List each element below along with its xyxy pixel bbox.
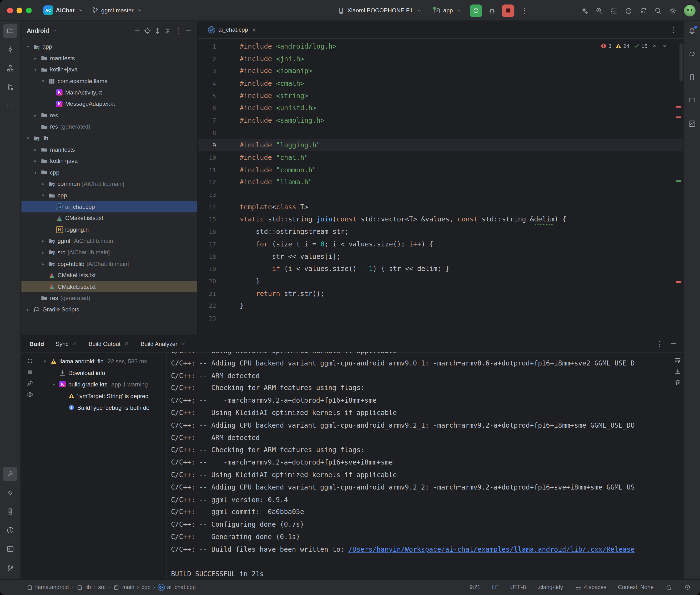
device-explorer-tool-button[interactable]: [3, 504, 18, 518]
close-window-button[interactable]: [7, 7, 13, 13]
status-clang-tidy[interactable]: .clang-tidy: [537, 584, 563, 591]
line-number[interactable]: 22: [198, 302, 216, 310]
code-line-9[interactable]: 9#include "logging.h": [198, 139, 683, 151]
chevron-collapsed-icon[interactable]: ▸: [33, 113, 38, 118]
chevron-expanded-icon[interactable]: ▾: [33, 170, 38, 175]
error-stripe-mark[interactable]: [676, 106, 681, 107]
run-config-selector[interactable]: app: [430, 5, 466, 16]
dependencies-tool-button[interactable]: [3, 485, 18, 500]
tree-item-mainactivity-kt[interactable]: KMainActivity.kt: [22, 87, 197, 98]
tree-item-logging-h[interactable]: Hlogging.h: [22, 224, 197, 235]
code-line-21[interactable]: 21 return str.str();: [198, 287, 683, 300]
breadcrumb-ai-chat-cpp[interactable]: C+ai_chat.cpp: [158, 584, 196, 591]
chevron-collapsed-icon[interactable]: ▸: [40, 261, 46, 266]
line-number[interactable]: 9: [198, 142, 216, 149]
editor-scrollbar[interactable]: [679, 43, 682, 81]
breadcrumb-cpp[interactable]: cpp: [141, 584, 150, 591]
tree-item-manifests[interactable]: ▸manifests: [22, 144, 197, 155]
tree-item-src[interactable]: ▸src [AiChat.lib.main]: [22, 247, 197, 258]
search-icon[interactable]: [654, 7, 662, 14]
code-line-8[interactable]: 8: [198, 127, 683, 139]
todo-list-icon[interactable]: [610, 7, 617, 14]
build-tree-item-buildtype-debug-is-both-de[interactable]: BuildType 'debug' is both de: [38, 402, 166, 413]
tree-item-cmakelists-txt[interactable]: CMakeLists.txt: [22, 281, 197, 292]
close-icon[interactable]: [123, 341, 129, 346]
notifications-tool-button[interactable]: [685, 24, 699, 38]
target-icon[interactable]: [144, 27, 151, 34]
console-link[interactable]: /Users/hanyin/Workspace/ai-chat/examples…: [348, 545, 635, 553]
line-number[interactable]: 13: [198, 191, 216, 198]
previous-problem-icon[interactable]: [651, 43, 657, 49]
minimize-window-button[interactable]: [17, 7, 22, 13]
code-line-13[interactable]: 13: [198, 189, 683, 201]
breadcrumb-src[interactable]: src: [98, 584, 106, 591]
code-line-17[interactable]: 17 for (size_t i = 0; i < values.size();…: [198, 238, 683, 250]
hide-panel-icon[interactable]: [670, 340, 677, 347]
build-tool-button[interactable]: [3, 467, 18, 481]
build-tree-item-jvmtarget-string-is-deprec[interactable]: 'jvmTarget: String' is deprec: [38, 390, 166, 402]
code-line-19[interactable]: 19 if (i < values.size() - 1) { str << d…: [198, 263, 683, 275]
tree-item-common[interactable]: ▸common [AiChat.lib.main]: [22, 178, 197, 190]
code-line-11[interactable]: 11#include "common.h": [198, 164, 683, 176]
more-tools-tool-button[interactable]: ⋯: [3, 98, 18, 113]
tree-item-res[interactable]: res (generated): [22, 292, 197, 304]
line-number[interactable]: 11: [198, 166, 216, 174]
chevron-collapsed-icon[interactable]: ▸: [33, 159, 38, 164]
profiler-icon[interactable]: [625, 7, 632, 14]
line-number[interactable]: 3: [198, 67, 216, 75]
terminal-tool-button[interactable]: [3, 542, 18, 556]
line-number[interactable]: 19: [198, 265, 216, 273]
tree-item-ggml[interactable]: ▸ggml [AiChat.lib.main]: [22, 235, 197, 247]
trash-icon[interactable]: [674, 379, 681, 386]
settings-icon[interactable]: [669, 7, 676, 14]
line-number[interactable]: 17: [198, 240, 216, 248]
breadcrumb-lib[interactable]: lib: [76, 584, 91, 591]
tree-item-lib[interactable]: ▾lib: [22, 132, 197, 144]
stop-grey-icon[interactable]: [26, 369, 34, 376]
pull-requests-tool-button[interactable]: [3, 80, 18, 94]
run-more-button[interactable]: ⋮: [518, 4, 530, 17]
zoom-window-button[interactable]: [26, 7, 32, 13]
close-icon[interactable]: [180, 341, 186, 346]
code-line-12[interactable]: 12#include "llama.h": [198, 176, 683, 189]
status-indent-config[interactable]: 4 spaces: [575, 584, 607, 591]
chevron-down-icon[interactable]: [51, 27, 58, 34]
line-number[interactable]: 15: [198, 216, 216, 223]
chevron-collapsed-icon[interactable]: ▸: [25, 307, 31, 312]
tree-item-gradle-scripts[interactable]: ▸Gradle Scripts: [22, 304, 197, 315]
breadcrumb-main[interactable]: main: [113, 584, 134, 591]
error-stripe-mark[interactable]: [676, 116, 681, 118]
build-tree-item-llama-android-fin[interactable]: ▾llama.android: fin22 sec, 583 ms: [38, 356, 166, 367]
code-area[interactable]: 1#include <android/log.h>2#include <jni.…: [198, 38, 683, 335]
tree-item-cpp[interactable]: ▾cpp: [22, 167, 197, 178]
line-number[interactable]: 23: [198, 314, 216, 322]
problems-tool-button[interactable]: [3, 523, 18, 537]
refresh-icon[interactable]: [26, 358, 34, 365]
line-number[interactable]: 1: [198, 43, 216, 50]
project-view-selector[interactable]: Android: [27, 27, 49, 34]
chevron-collapsed-icon[interactable]: ▸: [33, 56, 38, 61]
device-selector[interactable]: Xiaomi POCOPHONE F1: [334, 5, 426, 16]
chevron-expanded-icon[interactable]: ▾: [40, 79, 46, 84]
code-line-16[interactable]: 16 std::ostringstream str;: [198, 225, 683, 238]
code-line-22[interactable]: 22}: [198, 300, 683, 312]
code-line-4[interactable]: 4#include <cmath>: [198, 77, 683, 89]
tree-item-cmakelists-txt[interactable]: CMakeLists.txt: [22, 270, 197, 281]
build-tree-item-download-info[interactable]: Download info: [38, 367, 166, 378]
status-caret-position[interactable]: 9:21: [470, 584, 480, 591]
chevron-expanded-icon[interactable]: ▾: [42, 359, 48, 364]
build-tab-sync[interactable]: Sync: [56, 340, 77, 347]
code-line-6[interactable]: 6#include <unistd.h>: [198, 102, 683, 114]
code-line-14[interactable]: 14template<class T>: [198, 201, 683, 213]
build-tab-build-output[interactable]: Build Output: [89, 340, 129, 347]
hide-icon[interactable]: [185, 27, 192, 34]
line-number[interactable]: 20: [198, 278, 216, 285]
code-line-10[interactable]: 10#include "chat.h": [198, 151, 683, 164]
status-resolve-context[interactable]: Context: None: [618, 584, 653, 591]
chevron-expanded-icon[interactable]: ▾: [33, 67, 38, 72]
tree-item-messageadapter-kt[interactable]: KMessageAdapter.kt: [22, 98, 197, 110]
editor-tab-ai-chat-cpp[interactable]: C+ ai_chat.cpp: [204, 21, 261, 38]
code-line-2[interactable]: 2#include <jni.h>: [198, 53, 683, 65]
build-tree-item-build-gradle-kts[interactable]: ▾Kbuild.gradle.ktsapp 1 warning: [38, 379, 166, 390]
line-number[interactable]: 14: [198, 203, 216, 210]
